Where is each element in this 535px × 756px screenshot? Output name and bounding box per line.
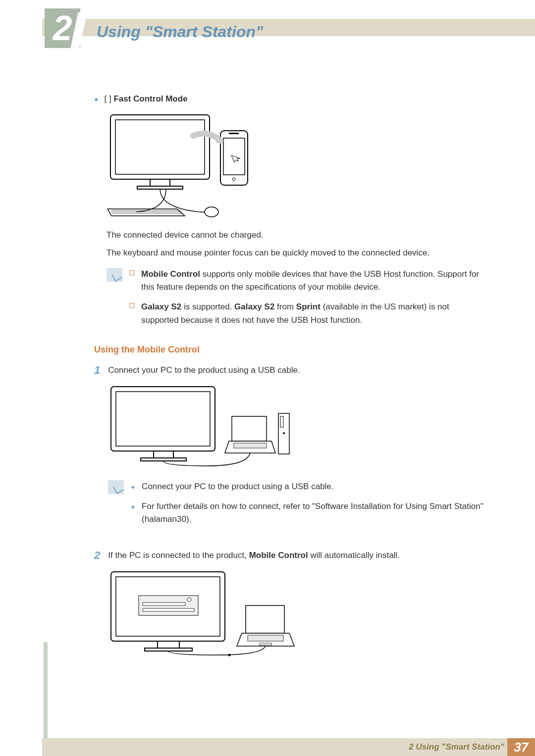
step-1: 1 Connect your PC to the product using a… (94, 364, 485, 542)
svg-rect-27 (158, 641, 179, 648)
step-2-text: If the PC is connected to the product, M… (108, 549, 485, 562)
svg-rect-2 (150, 179, 170, 186)
page-number: 37 (507, 738, 535, 756)
svg-rect-13 (116, 392, 210, 446)
bullet-icon: ● (131, 482, 135, 493)
note-item: Galaxy S2 is supported. Galaxy S2 from S… (129, 301, 485, 327)
fast-control-label: [ ] Fast Control Mode (104, 94, 187, 104)
svg-rect-17 (234, 443, 267, 448)
figure-step-1 (108, 384, 485, 472)
step-2: 2 If the PC is connected to the product,… (94, 549, 485, 669)
square-bullet-icon (129, 270, 134, 275)
figure-fast-control (107, 111, 485, 220)
svg-rect-19 (280, 416, 283, 427)
note-item: ● Connect your PC to the product using a… (131, 480, 485, 493)
section-using-mobile-control: Using the Mobile Control (94, 345, 485, 355)
svg-rect-14 (154, 451, 173, 458)
square-bullet-icon (129, 303, 134, 308)
note-item: Mobile Control supports only mobile devi… (129, 268, 485, 294)
svg-rect-24 (143, 603, 185, 605)
fast-control-desc-2: The keyboard and mouse pointer focus can… (107, 247, 485, 259)
step-1-text: Connect your PC to the product using a U… (108, 364, 485, 377)
footer-text: 2 Using "Smart Station" (409, 742, 504, 752)
note-icon (107, 268, 122, 282)
svg-point-26 (187, 598, 191, 602)
fast-control-desc-1: The connected device cannot be charged. (107, 229, 485, 242)
chapter-badge: 2 (45, 8, 80, 48)
svg-rect-1 (115, 120, 205, 174)
figure-step-2 (108, 569, 485, 662)
note-icon (108, 480, 124, 494)
chapter-number: 2 (53, 11, 72, 46)
svg-rect-31 (260, 643, 271, 645)
footer-bar: 2 Using "Smart Station" 37 (42, 738, 535, 756)
svg-point-11 (205, 207, 218, 217)
bullet-icon: ● (131, 502, 135, 526)
svg-point-32 (228, 654, 231, 656)
note-block-step1: ● Connect your PC to the product using a… (108, 480, 485, 533)
bullet-icon: ● (94, 95, 98, 103)
note-block-1: Mobile Control supports only mobile devi… (107, 268, 485, 334)
step-number: 2 (94, 549, 100, 669)
step-number: 1 (94, 364, 100, 542)
svg-rect-25 (143, 608, 194, 611)
svg-rect-15 (141, 458, 186, 461)
svg-rect-30 (248, 635, 283, 641)
svg-rect-3 (137, 186, 183, 189)
svg-point-20 (283, 432, 285, 434)
note-item: ● For further details on how to connect,… (131, 500, 485, 526)
chapter-title: Using "Smart Station" (97, 23, 263, 41)
fast-control-heading: ● [ ] Fast Control Mode (94, 94, 485, 104)
svg-rect-16 (232, 416, 267, 441)
svg-rect-7 (229, 133, 239, 134)
svg-rect-29 (246, 605, 284, 633)
svg-point-6 (232, 178, 235, 181)
svg-rect-28 (145, 648, 192, 651)
